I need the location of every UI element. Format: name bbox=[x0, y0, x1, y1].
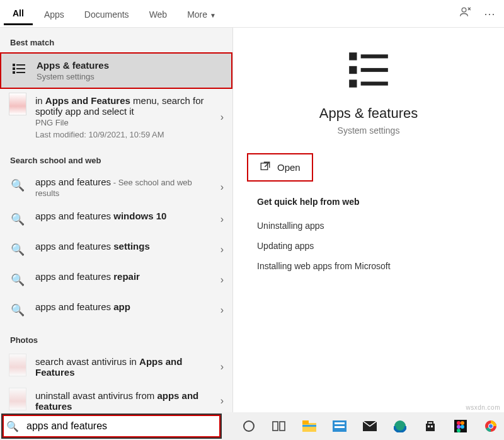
store-icon[interactable] bbox=[421, 417, 440, 436]
file-thumbnail bbox=[9, 95, 26, 113]
search-icon: 🔍 bbox=[9, 177, 26, 194]
figma-icon[interactable] bbox=[451, 417, 470, 436]
svg-rect-8 bbox=[361, 54, 388, 58]
result-subtitle: System settings bbox=[37, 72, 225, 81]
result-filetype: PNG File bbox=[35, 118, 212, 127]
search-icon: 🔍 bbox=[9, 301, 26, 319]
watermark: wsxdn.com bbox=[466, 404, 500, 411]
result-modified: Last modified: 10/9/2021, 10:59 AM bbox=[35, 130, 212, 139]
svg-point-0 bbox=[462, 8, 466, 12]
chevron-right-icon[interactable]: › bbox=[220, 214, 226, 225]
section-photos: Photos bbox=[0, 325, 232, 350]
svg-point-31 bbox=[457, 425, 461, 429]
web-result[interactable]: 🔍 apps and features repair › bbox=[0, 265, 232, 295]
app-icon[interactable] bbox=[330, 417, 349, 436]
svg-point-14 bbox=[244, 421, 254, 431]
svg-rect-15 bbox=[273, 422, 278, 431]
mail-icon[interactable] bbox=[360, 417, 379, 436]
svg-point-29 bbox=[457, 421, 461, 425]
file-explorer-icon[interactable] bbox=[300, 417, 319, 436]
svg-rect-6 bbox=[16, 72, 25, 73]
result-title: in Apps and Features menu, search for sp… bbox=[35, 95, 212, 117]
task-view-icon[interactable] bbox=[270, 417, 289, 436]
tab-documents[interactable]: Documents bbox=[76, 3, 138, 25]
web-result[interactable]: 🔍 apps and features app › bbox=[0, 295, 232, 325]
search-icon: 🔍 bbox=[9, 271, 26, 289]
svg-rect-9 bbox=[349, 66, 357, 74]
help-link[interactable]: Uninstalling apps bbox=[257, 216, 480, 236]
svg-rect-17 bbox=[302, 423, 316, 432]
result-title: apps and features repair bbox=[35, 271, 212, 282]
chevron-right-icon[interactable]: › bbox=[220, 244, 226, 255]
taskbar: 🔍 bbox=[0, 412, 504, 440]
chevron-right-icon[interactable]: › bbox=[220, 274, 226, 286]
svg-rect-1 bbox=[13, 64, 15, 66]
svg-point-32 bbox=[461, 425, 464, 429]
svg-rect-4 bbox=[16, 68, 25, 69]
tab-apps[interactable]: Apps bbox=[35, 3, 73, 25]
svg-rect-16 bbox=[280, 422, 285, 431]
cortana-icon[interactable] bbox=[239, 417, 258, 436]
photo-result[interactable]: uninstall avast antivirus from apps and … bbox=[0, 384, 232, 412]
search-icon: 🔍 bbox=[9, 241, 26, 258]
tab-all[interactable]: All bbox=[4, 2, 33, 25]
chevron-right-icon[interactable]: › bbox=[220, 304, 226, 316]
chrome-icon[interactable] bbox=[481, 417, 500, 436]
svg-rect-26 bbox=[428, 426, 430, 427]
chevron-down-icon: ▼ bbox=[210, 12, 216, 19]
feedback-icon[interactable] bbox=[455, 6, 476, 21]
help-link[interactable]: Updating apps bbox=[257, 236, 480, 256]
svg-rect-3 bbox=[13, 67, 15, 70]
svg-rect-13 bbox=[261, 163, 268, 170]
svg-point-33 bbox=[457, 429, 461, 432]
edge-icon[interactable] bbox=[391, 417, 410, 436]
result-title: apps and features app bbox=[35, 301, 212, 312]
svg-rect-11 bbox=[349, 79, 357, 87]
search-input[interactable] bbox=[23, 418, 220, 434]
svg-rect-5 bbox=[13, 71, 15, 74]
result-title: Apps & features bbox=[37, 60, 109, 71]
result-file-png[interactable]: in Apps and Features menu, search for sp… bbox=[0, 89, 232, 146]
search-icon: 🔍 bbox=[3, 420, 23, 432]
help-link[interactable]: Installing web apps from Microsoft bbox=[257, 256, 480, 276]
svg-rect-18 bbox=[302, 420, 309, 424]
svg-rect-10 bbox=[361, 68, 388, 72]
tab-web[interactable]: Web bbox=[140, 3, 176, 25]
chevron-right-icon[interactable]: › bbox=[220, 112, 226, 123]
photo-result[interactable]: search avast antivirus in Apps and Featu… bbox=[0, 350, 232, 384]
svg-point-36 bbox=[489, 424, 493, 428]
result-title: apps and features - See school and web r… bbox=[35, 177, 212, 198]
result-title: apps and features settings bbox=[35, 241, 212, 252]
settings-list-icon bbox=[10, 60, 28, 78]
svg-rect-27 bbox=[431, 426, 433, 427]
web-result[interactable]: 🔍 apps and features windows 10 › bbox=[0, 204, 232, 234]
chevron-right-icon[interactable]: › bbox=[220, 182, 226, 193]
search-box[interactable]: 🔍 bbox=[1, 414, 222, 439]
open-button[interactable]: Open bbox=[247, 153, 313, 182]
more-options-icon[interactable]: ⋯ bbox=[479, 7, 500, 21]
svg-rect-12 bbox=[361, 82, 388, 86]
web-result[interactable]: 🔍 apps and features - See school and web… bbox=[0, 170, 232, 204]
chevron-right-icon[interactable]: › bbox=[220, 361, 226, 373]
results-panel: Best match Apps & features System settin… bbox=[0, 28, 233, 412]
result-title: uninstall avast antivirus from apps and … bbox=[35, 390, 212, 412]
apps-features-large-icon bbox=[345, 47, 392, 95]
detail-title: Apps & features bbox=[246, 105, 491, 122]
search-icon: 🔍 bbox=[9, 211, 26, 228]
tab-more[interactable]: More▼ bbox=[178, 3, 225, 25]
open-icon bbox=[260, 161, 271, 174]
web-result[interactable]: 🔍 apps and features settings › bbox=[0, 234, 232, 265]
svg-rect-22 bbox=[335, 426, 345, 428]
quick-help-header: Get quick help from web bbox=[257, 197, 480, 207]
chevron-right-icon[interactable]: › bbox=[220, 395, 226, 407]
svg-point-30 bbox=[461, 421, 464, 425]
file-thumbnail bbox=[9, 390, 26, 408]
file-thumbnail bbox=[9, 356, 26, 374]
filter-tabs: All Apps Documents Web More▼ ⋯ bbox=[0, 0, 504, 28]
result-apps-and-features[interactable]: Apps & features System settings bbox=[0, 52, 232, 89]
svg-rect-7 bbox=[349, 52, 357, 60]
svg-rect-21 bbox=[335, 422, 345, 424]
open-label: Open bbox=[277, 162, 301, 173]
section-best-match: Best match bbox=[0, 28, 232, 52]
result-title: search avast antivirus in Apps and Featu… bbox=[35, 356, 212, 378]
